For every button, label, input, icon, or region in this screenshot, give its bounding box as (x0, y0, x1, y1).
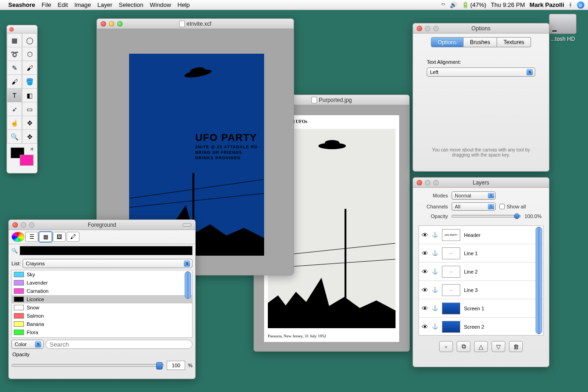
lasso-icon[interactable]: ➰ (7, 47, 22, 61)
color-row[interactable]: Licorice (12, 295, 192, 303)
current-color-swatch[interactable] (20, 246, 192, 255)
desktop-hd[interactable]: ...tosh HD (547, 14, 579, 42)
text-alignment-select[interactable]: Left ⇅ (427, 67, 535, 77)
color-mode-select[interactable]: Color ⇅ (11, 340, 44, 349)
visibility-icon[interactable]: 👁 (422, 250, 428, 257)
move-down-button[interactable]: ▽ (492, 341, 505, 352)
polygon-lasso-icon[interactable]: ⬡ (22, 47, 37, 61)
eraser-icon[interactable]: ◧ (22, 89, 37, 102)
scroll-thumb[interactable] (536, 227, 542, 334)
layer-row[interactable]: 👁⚓—Line 3 (419, 281, 543, 299)
anchor-icon[interactable]: ⚓ (432, 250, 438, 256)
scroll-thumb[interactable] (185, 271, 191, 299)
color-row[interactable]: Lavender (12, 279, 192, 287)
sliders-tab[interactable]: ☰ (25, 232, 38, 242)
volume-icon[interactable]: 🔊 (450, 1, 457, 8)
tools-close[interactable] (9, 27, 14, 32)
palettes-tab[interactable]: ▦ (39, 232, 52, 242)
proxy-icon[interactable] (182, 223, 192, 227)
visibility-icon[interactable]: 👁 (422, 305, 428, 312)
image-tab[interactable]: 🖼 (53, 232, 66, 242)
color-wheel-tab[interactable] (11, 232, 24, 242)
bucket-icon[interactable]: 🪣 (22, 75, 37, 89)
visibility-icon[interactable]: 👁 (422, 231, 428, 239)
fg-close[interactable] (12, 222, 18, 228)
show-all-checkbox[interactable]: Show all (499, 204, 527, 209)
tab-textures[interactable]: Textures (497, 37, 531, 47)
tab-brushes[interactable]: Brushes (464, 37, 497, 47)
doc1-min[interactable] (109, 21, 114, 27)
rect-select-icon[interactable]: ▦ (7, 34, 22, 47)
brush-icon[interactable]: 🖌 (22, 61, 37, 75)
menu-layer[interactable]: Layer (97, 1, 113, 8)
layer-row[interactable]: 👁⚓—Line 2 (419, 263, 543, 281)
layers-close[interactable] (417, 180, 422, 185)
eyedropper-icon[interactable]: ➶ (7, 102, 22, 116)
move-icon[interactable]: ✥ (22, 130, 37, 144)
move-up-button[interactable]: △ (474, 341, 488, 352)
color-row[interactable]: Snow (12, 303, 192, 312)
anchor-icon[interactable]: ⚓ (432, 232, 438, 238)
visibility-icon[interactable]: 👁 (422, 286, 428, 294)
smudge-icon[interactable]: ☝ (7, 116, 22, 130)
color-row[interactable]: Carnation (12, 287, 192, 295)
color-row[interactable]: Salmon (12, 312, 192, 320)
text-tool-icon[interactable]: T (7, 89, 22, 102)
layer-row[interactable]: 👁⚓UFO PARTYHeader (419, 226, 543, 244)
color-row[interactable]: Sky (12, 270, 192, 279)
color-list[interactable]: SkyLavenderCarnationLicoriceSnowSalmonBa… (11, 270, 192, 338)
duplicate-layer-button[interactable]: ⧉ (457, 341, 470, 352)
clock[interactable]: Thu 9:26 PM (491, 1, 525, 8)
swap-colors-icon[interactable]: ⤭ (30, 146, 34, 151)
menu-file[interactable]: File (42, 1, 51, 8)
modes-select[interactable]: Normal⇅ (452, 191, 496, 200)
clone-icon[interactable]: ✥ (22, 116, 37, 130)
menu-selection[interactable]: Selection (119, 1, 143, 8)
battery-icon[interactable]: 🔋(47%) (462, 1, 486, 8)
spotlight-icon[interactable]: ⌕ (577, 1, 584, 9)
color-row[interactable]: Banana (12, 320, 192, 328)
doc1-close[interactable] (101, 21, 106, 27)
background-swatch[interactable] (20, 155, 34, 166)
paint-icon[interactable]: 🖌 (7, 75, 22, 89)
new-layer-button[interactable]: ▫ (439, 341, 453, 352)
color-search-input[interactable] (45, 340, 192, 349)
layer-opacity-slider[interactable] (452, 215, 521, 218)
color-row[interactable]: Ice (12, 336, 192, 338)
app-menu[interactable]: Seashore (8, 1, 35, 8)
pencil-icon[interactable]: ✎ (7, 61, 22, 75)
layer-row[interactable]: 👁⚓Screen 1 (419, 299, 543, 318)
menu-window[interactable]: Window (150, 1, 171, 8)
doc1-zoom[interactable] (117, 21, 123, 27)
crayons-tab[interactable]: 🖍 (67, 232, 79, 242)
opacity-value[interactable]: 100 (167, 361, 185, 370)
chevron-updown-icon: ⇅ (35, 341, 41, 347)
opacity-slider[interactable] (11, 364, 164, 367)
layers-title: Layers (473, 179, 489, 186)
ellipse-select-icon[interactable]: ◯ (22, 34, 37, 47)
bluetooth-icon[interactable]: ᚼ (569, 1, 572, 8)
channels-select[interactable]: All⇅ (452, 202, 496, 211)
opts-close[interactable] (417, 26, 422, 31)
delete-layer-button[interactable]: 🗑 (509, 341, 523, 352)
color-swatches[interactable]: ⤭ (10, 146, 34, 167)
color-row[interactable]: Flora (12, 328, 192, 336)
layer-list[interactable]: 👁⚓UFO PARTYHeader👁⚓—Line 1👁⚓—Line 2👁⚓—Li… (418, 225, 543, 336)
zoom-icon[interactable]: 🔍 (7, 130, 22, 144)
menu-help[interactable]: Help (177, 1, 190, 8)
menu-edit[interactable]: Edit (58, 1, 68, 8)
menu-image[interactable]: Image (74, 1, 91, 8)
anchor-icon[interactable]: ⚓ (432, 269, 438, 274)
anchor-icon[interactable]: ⚓ (432, 324, 438, 330)
tab-options[interactable]: Options (431, 37, 464, 47)
anchor-icon[interactable]: ⚓ (432, 287, 438, 293)
palette-select[interactable]: Crayons ⇅ (23, 259, 192, 268)
user-menu[interactable]: Mark Pazolli (530, 1, 564, 8)
layer-row[interactable]: 👁⚓Screen 2 (419, 318, 543, 336)
gradient-icon[interactable]: ▭ (22, 102, 37, 116)
anchor-icon[interactable]: ⚓ (432, 305, 438, 311)
visibility-icon[interactable]: 👁 (422, 323, 428, 330)
layer-row[interactable]: 👁⚓—Line 1 (419, 244, 543, 263)
wifi-icon[interactable]: ⌔ (441, 1, 445, 8)
visibility-icon[interactable]: 👁 (422, 268, 428, 275)
